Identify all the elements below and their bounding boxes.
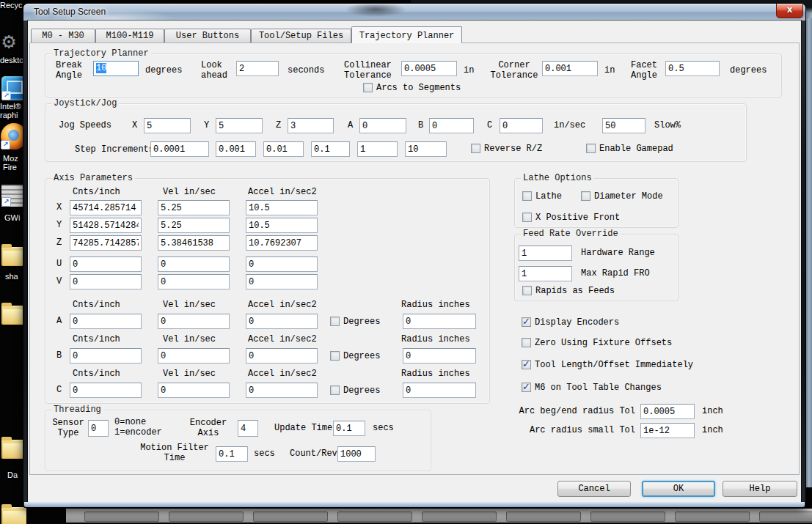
arc-beg-end-radius-tol-input[interactable] bbox=[640, 404, 695, 419]
encoder-axis-input[interactable] bbox=[238, 420, 258, 437]
feed-rate-override-group: Feed Rate Override Hardware Range Max Ra… bbox=[514, 234, 679, 301]
step-increment-3-input[interactable] bbox=[263, 141, 304, 157]
b-radius-input[interactable] bbox=[403, 348, 476, 364]
shortcut-arrow-icon: ↗ bbox=[1, 140, 10, 150]
intel-label-1: Intel® bbox=[0, 102, 21, 111]
break-angle-input[interactable]: 10 bbox=[93, 61, 139, 76]
a-vel-input[interactable] bbox=[158, 314, 230, 329]
step-increment-4-input[interactable] bbox=[311, 141, 350, 157]
jog-y-label: Y bbox=[204, 121, 209, 130]
u-cnts-input[interactable] bbox=[70, 257, 142, 272]
v-vel-input[interactable] bbox=[158, 274, 230, 289]
axis-x-label: X bbox=[56, 203, 62, 213]
count-rev-input[interactable] bbox=[337, 446, 376, 462]
axis-parameters-group-label: Axis Parameters bbox=[51, 173, 135, 183]
x-vel-input[interactable] bbox=[158, 200, 230, 215]
reverse-rz-checkbox[interactable] bbox=[471, 144, 480, 153]
slow-percent-label: Slow% bbox=[654, 121, 681, 130]
z-accel-input[interactable] bbox=[246, 235, 318, 251]
x-accel-input[interactable] bbox=[246, 200, 318, 215]
u-accel-input[interactable] bbox=[246, 257, 318, 272]
update-time-input[interactable] bbox=[333, 421, 365, 436]
c-cnts-input[interactable] bbox=[70, 383, 142, 398]
v-accel-input[interactable] bbox=[246, 274, 318, 289]
c-radius-input[interactable] bbox=[403, 383, 476, 398]
b-vel-input[interactable] bbox=[158, 348, 230, 364]
y-cnts-input[interactable] bbox=[70, 218, 142, 233]
a-degrees-checkbox[interactable] bbox=[330, 317, 340, 326]
max-rapid-fro-input[interactable] bbox=[519, 266, 572, 281]
z-cnts-input[interactable] bbox=[70, 235, 142, 251]
a-accel-input[interactable] bbox=[246, 314, 318, 329]
sensor-type-hint: 0=none1=encoder bbox=[114, 417, 180, 438]
background-button bbox=[422, 512, 497, 522]
motion-filter-time-label: Motion FilterTime bbox=[137, 443, 212, 463]
jog-z-input[interactable] bbox=[288, 118, 334, 133]
v-cnts-input[interactable] bbox=[70, 274, 142, 289]
b-cnts-input[interactable] bbox=[70, 348, 142, 364]
motion-filter-time-input[interactable] bbox=[216, 446, 248, 462]
slow-percent-input[interactable] bbox=[602, 118, 645, 133]
b-accel-input[interactable] bbox=[246, 348, 318, 364]
count-rev-label: Count/Rev bbox=[290, 449, 337, 459]
sensor-type-input[interactable] bbox=[88, 420, 109, 437]
y-accel-input[interactable] bbox=[246, 218, 318, 233]
c-accel-input[interactable] bbox=[246, 383, 318, 398]
look-ahead-input[interactable] bbox=[236, 61, 279, 76]
ok-button[interactable]: OK bbox=[642, 481, 715, 497]
dialog-titlebar[interactable]: Tool Setup Screen x bbox=[23, 4, 805, 21]
tool-length-offset-immediately-checkbox[interactable] bbox=[522, 360, 531, 369]
display-encoders-checkbox[interactable] bbox=[522, 317, 531, 327]
tab-trajectory-planner[interactable]: Trajectory Planner bbox=[351, 26, 462, 43]
rapids-as-feeds-checkbox[interactable] bbox=[522, 286, 532, 295]
y-vel-input[interactable] bbox=[158, 218, 230, 233]
radius-header: Radius inches bbox=[401, 300, 470, 310]
tab-m100-m119[interactable]: M100-M119 bbox=[95, 29, 164, 43]
zero-using-fixture-offsets-checkbox[interactable] bbox=[522, 338, 531, 347]
cancel-button[interactable]: Cancel bbox=[557, 481, 631, 497]
corner-tolerance-input[interactable] bbox=[542, 61, 598, 76]
collinear-tolerance-input[interactable] bbox=[401, 61, 457, 76]
m6-on-tool-table-changes-checkbox[interactable] bbox=[522, 383, 531, 392]
x-cnts-input[interactable] bbox=[70, 200, 142, 215]
tab-tool-setup-files[interactable]: Tool/Setup Files bbox=[251, 29, 351, 43]
step-increment-2-input[interactable] bbox=[216, 141, 256, 157]
jog-b-label: B bbox=[418, 121, 423, 130]
tab-m0-m30[interactable]: M0 - M30 bbox=[31, 29, 95, 43]
update-time-unit: secs bbox=[373, 424, 394, 433]
x-positive-front-checkbox[interactable] bbox=[522, 213, 532, 222]
a-radius-input[interactable] bbox=[403, 314, 476, 329]
close-button[interactable]: x bbox=[776, 4, 803, 18]
jog-a-input[interactable] bbox=[359, 118, 406, 133]
dialog-client-area: M0 - M30 M100-M119 User Buttons Tool/Set… bbox=[28, 21, 801, 502]
jog-b-input[interactable] bbox=[429, 118, 474, 133]
jog-y-input[interactable] bbox=[216, 118, 263, 133]
lathe-checkbox[interactable] bbox=[522, 191, 532, 201]
help-button[interactable]: Help bbox=[723, 481, 797, 497]
c-vel-input[interactable] bbox=[158, 383, 230, 398]
axis-y-label: Y bbox=[56, 221, 62, 230]
accel-header: Accel in/sec2 bbox=[248, 300, 317, 310]
step-increment-5-input[interactable] bbox=[357, 141, 398, 157]
jog-x-input[interactable] bbox=[144, 118, 191, 133]
joystick-jog-group: Joystick/Jog Jog Speeds X Y Z A B C in/s… bbox=[45, 103, 747, 162]
facet-angle-input[interactable] bbox=[665, 61, 720, 76]
tab-user-buttons[interactable]: User Buttons bbox=[164, 29, 251, 43]
arcs-to-segments-checkbox[interactable] bbox=[363, 83, 373, 92]
a-cnts-input[interactable] bbox=[70, 314, 142, 329]
enable-gamepad-checkbox[interactable] bbox=[586, 144, 596, 153]
diameter-mode-checkbox[interactable] bbox=[581, 191, 590, 201]
axis-c-label: C bbox=[56, 385, 62, 395]
jog-c-input[interactable] bbox=[500, 118, 543, 133]
b-degrees-checkbox[interactable] bbox=[330, 351, 340, 361]
hardware-range-input[interactable] bbox=[519, 246, 572, 261]
u-vel-input[interactable] bbox=[158, 257, 230, 272]
corner-tolerance-label: CornerTolerance bbox=[489, 60, 539, 81]
c-degrees-checkbox[interactable] bbox=[330, 385, 340, 395]
z-vel-input[interactable] bbox=[158, 235, 230, 251]
step-increment-6-input[interactable] bbox=[405, 141, 447, 157]
arc-radius-small-tol-input[interactable] bbox=[640, 423, 695, 438]
firefox-label-1: Moz bbox=[3, 154, 18, 163]
step-increment-1-input[interactable] bbox=[150, 141, 209, 157]
gadget-label: deskto bbox=[0, 56, 23, 64]
